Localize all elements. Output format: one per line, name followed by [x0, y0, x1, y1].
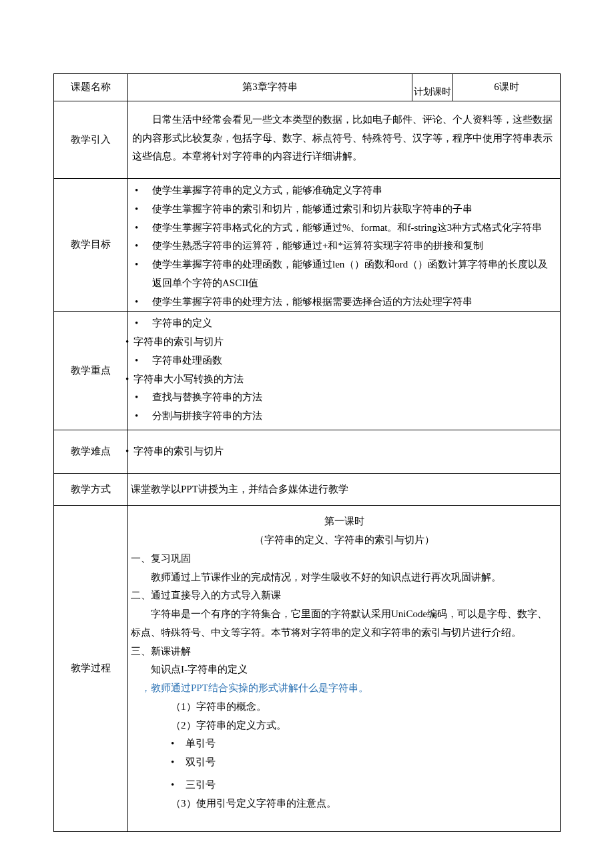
section-2-body: 字符串是一个有序的字符集合，它里面的字符默认采用UniCode编码，可以是字母、… [131, 605, 557, 642]
cell-goals: • 使学生掌握字符串的定义方式，能够准确定义字符串 • 使学生掌握字符串的索引和… [128, 179, 561, 312]
goal-item: • 使学生掌握字符串的定义方式，能够准确定义字符串 [131, 181, 557, 200]
label-difficulty: 教学难点 [54, 430, 128, 473]
focus-item: • 字符串处理函数 [131, 352, 557, 370]
cell-intro: 日常生活中经常会看见一些文本类型的数据，比如电子邮件、评论、个人资料等，这些数据… [128, 101, 561, 178]
goal-item: • 使学生掌握字符串的索引和切片，能够通过索引和切片获取字符串的子串 [131, 200, 557, 219]
label-process: 教学过程 [54, 506, 128, 832]
knowledge-point-1-note: ，教师通过PPT结合实操的形式讲解什么是字符串。 [131, 679, 557, 698]
kp1-sub2: （2）字符串的定义方式。 [131, 717, 557, 735]
lesson-subtitle: （字符串的定义、字符串的索引与切片） [131, 531, 557, 550]
label-focus: 教学重点 [54, 312, 128, 430]
lesson-plan-table: 课题名称 第3章字符串 计划课时 6课时 教学引入 日常生活中经常会看见一些文本… [53, 73, 561, 832]
focus-item: • 分割与拼接字符串的方法 [131, 407, 557, 426]
quote-option: • 三引号 [131, 776, 557, 795]
section-1-body: 教师通过上节课作业的完成情况，对学生吸收不好的知识点进行再次巩固讲解。 [131, 568, 557, 587]
focus-item: • 字符串大小写转换的方法 [125, 370, 557, 389]
section-3-head: 三、新课讲解 [131, 642, 557, 661]
label-goals: 教学目标 [54, 179, 128, 312]
focus-item: • 字符串的索引与切片 [125, 333, 557, 352]
cell-focus: • 字符串的定义 • 字符串的索引与切片 • 字符串处理函数 • 字符串大小写转… [128, 312, 561, 430]
label-mode: 教学方式 [54, 473, 128, 506]
intro-text: 日常生活中经常会看见一些文本类型的数据，比如电子邮件、评论、个人资料等，这些数据… [132, 111, 556, 166]
cell-mode: 课堂教学以PPT讲授为主，并结合多媒体进行教学 [128, 473, 561, 506]
quote-option: • 双引号 [131, 753, 557, 772]
focus-item: • 查找与替换字符串的方法 [131, 388, 557, 407]
cell-difficulty: • 字符串的索引与切片 [128, 430, 561, 473]
section-2-head: 二、通过直接导入的方式导入新课 [131, 586, 557, 605]
section-1-head: 一、复习巩固 [131, 550, 557, 568]
goal-item: • 使学生熟悉字符串的运算符，能够通过+和*运算符实现字符串的拼接和复制 [131, 237, 557, 256]
goal-item: • 使学生掌握字符串格式化的方式，能够通过%、format。和f-string这… [131, 219, 557, 238]
difficulty-item: • 字符串的索引与切片 [125, 442, 557, 461]
lesson-number: 第一课时 [131, 512, 557, 531]
kp1-sub1: （1）字符串的概念。 [131, 698, 557, 717]
focus-item: • 字符串的定义 [131, 314, 557, 333]
label-topic-name: 课题名称 [54, 74, 128, 101]
quote-option: • 单引号 [131, 735, 557, 753]
cell-hours-value: 6课时 [453, 74, 561, 101]
cell-topic-value: 第3章字符串 [128, 74, 412, 101]
cell-process: 第一课时 （字符串的定义、字符串的索引与切片） 一、复习巩固 教师通过上节课作业… [128, 506, 561, 832]
knowledge-point-1: 知识点I-字符串的定义 [131, 661, 557, 679]
goal-item: • 使学生掌握字符串的处理方法，能够根据需要选择合适的方法处理字符串 [131, 293, 557, 312]
label-plan-hours: 计划课时 [412, 74, 453, 101]
goal-item: • 使学生掌握字符串的处理函数，能够通过len（）函数和ord（）函数计算字符串… [131, 256, 557, 293]
label-intro: 教学引入 [54, 101, 128, 178]
kp1-sub3: （3）使用引号定义字符串的注意点。 [131, 795, 557, 813]
